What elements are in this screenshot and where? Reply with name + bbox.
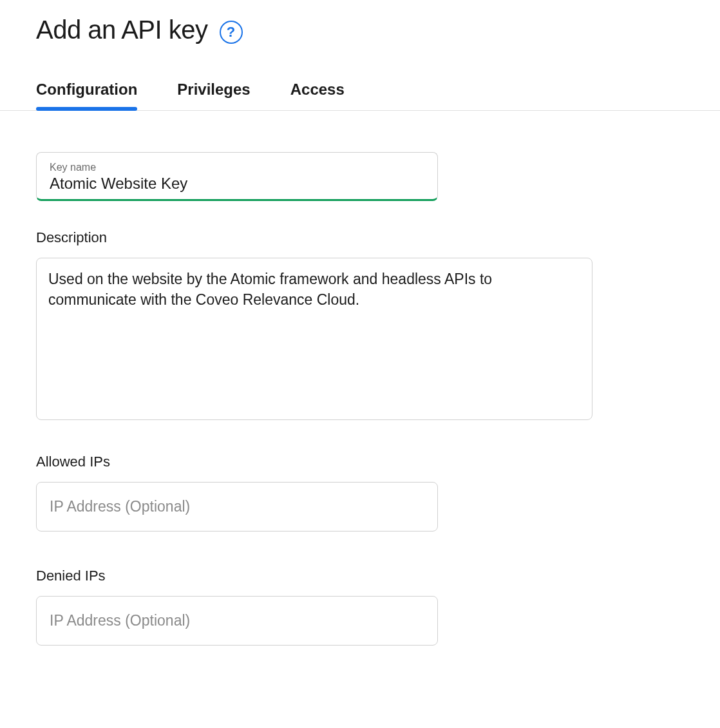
key-name-input[interactable] (50, 175, 424, 193)
denied-ips-label: Denied IPs (36, 568, 720, 584)
denied-ips-input[interactable] (36, 596, 438, 646)
page-title-row: Add an API key ? (36, 15, 720, 44)
page-title: Add an API key (36, 15, 208, 44)
allowed-ips-label: Allowed IPs (36, 454, 720, 470)
tab-privileges[interactable]: Privileges (177, 81, 250, 110)
description-textarea[interactable] (36, 258, 592, 420)
key-name-label: Key name (50, 162, 424, 173)
allowed-ips-input[interactable] (36, 482, 438, 532)
description-label: Description (36, 229, 720, 246)
tab-access[interactable]: Access (290, 81, 345, 110)
tabs: Configuration Privileges Access (0, 81, 720, 111)
form-area: Key name Description Allowed IPs Denied … (36, 111, 720, 682)
tab-configuration[interactable]: Configuration (36, 81, 137, 110)
key-name-field-wrapper: Key name (36, 152, 438, 201)
help-icon[interactable]: ? (220, 21, 243, 44)
